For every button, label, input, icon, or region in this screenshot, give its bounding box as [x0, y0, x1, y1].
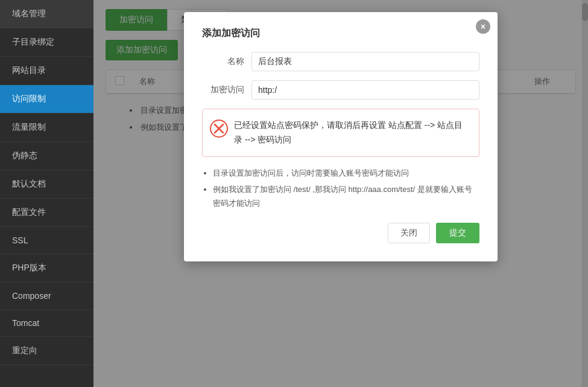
sidebar-item-config[interactable]: 配置文件 [0, 199, 93, 227]
url-input[interactable] [251, 80, 479, 100]
sidebar: 域名管理 子目录绑定 网站目录 访问限制 流量限制 伪静态 默认文档 配置文件 … [0, 0, 93, 387]
sidebar-item-ssl[interactable]: SSL [0, 227, 93, 254]
modal-info-item-1: 目录设置加密访问后，访问时需要输入账号密码才能访问 [213, 166, 479, 180]
sidebar-item-subdir[interactable]: 子目录绑定 [0, 28, 93, 57]
sidebar-item-domain[interactable]: 域名管理 [0, 0, 93, 28]
sidebar-item-php[interactable]: PHP版本 [0, 254, 93, 283]
sidebar-item-traffic[interactable]: 流量限制 [0, 114, 93, 142]
sidebar-item-redirect[interactable]: 重定向 [0, 337, 93, 365]
form-row-name: 名称 [202, 52, 479, 71]
sidebar-item-webdir[interactable]: 网站目录 [0, 57, 93, 85]
modal-dialog: × 添加加密访问 名称 加密访问 已经设置站点密码保护 [184, 12, 498, 261]
sidebar-item-access[interactable]: 访问限制 [0, 85, 93, 114]
main-content: 加密访问 禁止访问 添加加密访问 名称 加密访问 操作 目录设置加密访问后，访问… [93, 0, 588, 387]
sidebar-item-default-doc[interactable]: 默认文档 [0, 170, 93, 199]
sidebar-item-tomcat[interactable]: Tomcat [0, 310, 93, 337]
sidebar-item-composer[interactable]: Composer [0, 283, 93, 310]
url-label: 加密访问 [202, 85, 244, 95]
modal-overlay: × 添加加密访问 名称 加密访问 已经设置站点密码保护 [93, 0, 588, 387]
modal-footer: 关闭 提交 [202, 223, 479, 243]
submit-button[interactable]: 提交 [436, 223, 479, 243]
error-icon [210, 120, 228, 138]
modal-title: 添加加密访问 [202, 27, 479, 40]
close-icon: × [481, 22, 485, 31]
sidebar-item-rewrite[interactable]: 伪静态 [0, 142, 93, 170]
modal-info-item-2: 例如我设置了加密访问 /test/ ,那我访问 http://aaa.com/t… [213, 182, 479, 211]
name-input[interactable] [251, 52, 479, 71]
error-box: 已经设置站点密码保护，请取消后再设置 站点配置 --> 站点目录 --> 密码访… [202, 109, 479, 157]
modal-close-button[interactable]: × [476, 19, 490, 34]
error-message: 已经设置站点密码保护，请取消后再设置 站点配置 --> 站点目录 --> 密码访… [234, 118, 470, 147]
close-button[interactable]: 关闭 [388, 223, 430, 243]
name-label: 名称 [202, 56, 244, 67]
form-row-url: 加密访问 [202, 80, 479, 100]
modal-info-list: 目录设置加密访问后，访问时需要输入账号密码才能访问 例如我设置了加密访问 /te… [202, 166, 479, 211]
